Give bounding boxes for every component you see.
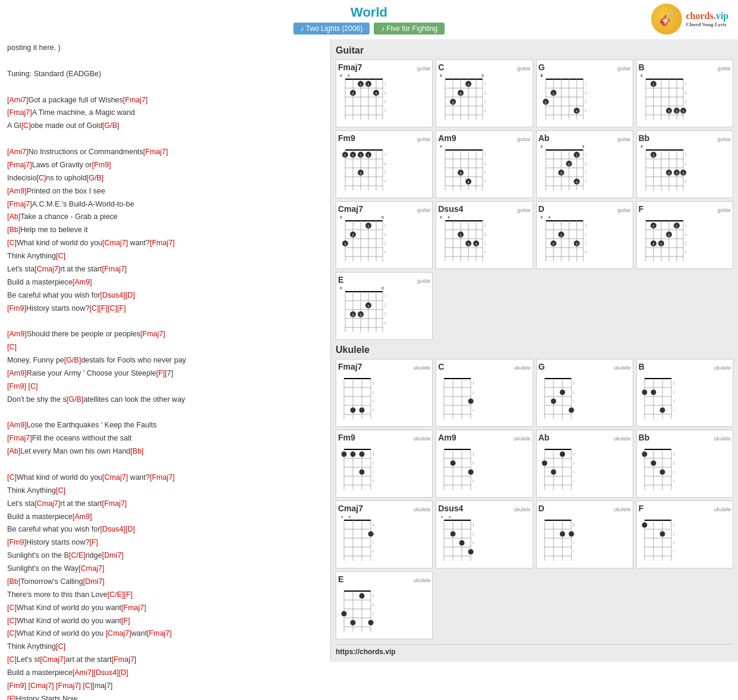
chord-fm9-3[interactable]: [Fm9] [7,382,26,390]
chord-c-15[interactable]: [C] [7,655,17,664]
svg-text:3fr: 3fr [373,541,374,545]
chord-c-11[interactable]: [C] [7,604,17,612]
chord-ce-2[interactable]: [C/E] [107,590,124,599]
chord-fmaj7-14[interactable]: [Fmaj7] [111,655,136,664]
chord-c-16[interactable]: [C] [83,682,92,690]
chord-type-label: guitar [417,136,431,142]
chord-c-14[interactable]: [C] [56,642,65,651]
chord-am9-5[interactable]: [Am9] [7,421,27,429]
chord-c-3[interactable]: [C] [7,239,17,247]
chord-c-4[interactable]: [C] [56,252,65,260]
tab-artist[interactable]: ♪ Five for Fighting [374,23,445,35]
svg-text:x: x [640,144,643,148]
chord-dmi7-1[interactable]: [Dmi7] [102,551,123,560]
svg-point-429 [651,461,656,466]
chord-c-10[interactable]: [C] [56,486,65,495]
chord-fmaj7-1[interactable]: [Fmaj7] [123,96,148,104]
chord-bb-1[interactable]: [Bb] [7,226,20,234]
chord-ami7-3[interactable]: [Ami7] [73,668,93,677]
svg-text:2fr: 2fr [673,461,674,465]
chord-c-1[interactable]: [C] [21,121,31,130]
chord-c-9[interactable]: [C] [7,473,17,482]
chord-dsus4-3[interactable]: [Dsus4] [93,668,118,677]
chord-fmaj7-13[interactable]: [Fmaj7] [147,629,172,638]
svg-text:1fr: 1fr [484,223,486,227]
chord-dsus4-2[interactable]: [Dsus4] [100,525,125,533]
chord-gb-4[interactable]: [G/B] [67,395,83,404]
chord-cmaj7-1[interactable]: [Cmaj7] [102,239,128,247]
chord-c-8[interactable]: [C] [28,382,37,390]
chord-fm9-1[interactable]: [Fm9] [92,161,111,169]
chord-gb-3[interactable]: [G/B] [64,356,81,364]
chord-d-1[interactable]: [D] [126,291,135,299]
chord-fmaj7-11[interactable]: [Fmaj7] [102,499,127,508]
chord-fmaj7-2[interactable]: [Fmaj7] [7,108,32,117]
chord-f-4[interactable]: [F] [89,538,98,546]
chord-f-5[interactable]: [F] [124,590,133,599]
chord-fm9-5[interactable]: [Fm9] [7,682,26,690]
chord-fmaj7-8[interactable]: [Fmaj7] [140,330,165,338]
chord-cmaj7-5[interactable]: [Cmaj7] [79,564,104,573]
chord-fmaj7-9[interactable]: [Fmaj7] [7,434,32,442]
chord-fmaj7-6[interactable]: [Fmaj7] [150,239,175,247]
svg-point-382 [359,452,365,457]
chord-f-1[interactable]: [F] [99,304,108,312]
chord-am9-4[interactable]: [Am9] [7,369,27,377]
chord-c-2[interactable]: [C] [36,174,46,182]
chord-cmaj7-3[interactable]: [Cmaj7] [102,473,128,482]
chord-cmaj7-2[interactable]: [Cmaj7] [35,265,60,273]
chord-fmaj7-10[interactable]: [Fmaj7] [150,473,175,482]
chord-fmaj7-7[interactable]: [Fmaj7] [102,265,127,273]
chord-dmi7-2[interactable]: [Dmi7] [83,577,104,586]
svg-text:1fr: 1fr [373,523,374,527]
svg-text:2fr: 2fr [484,90,486,95]
chord-fmaj7-4[interactable]: [Fmaj7] [7,161,32,169]
chord-f-6[interactable]: [F] [121,617,130,625]
svg-text:3fr: 3fr [573,399,574,403]
chord-bb-3[interactable]: [Bb] [7,577,20,586]
chord-type-label: guitar [417,278,431,284]
tabs-bar: ♪ Two Lights (2006) ♪ Five for Fighting [0,23,738,35]
chord-box-g-guitar: G guitar x x [536,60,633,127]
chord-fm9-4[interactable]: [Fm9] [7,538,26,546]
chord-f-2[interactable]: [F] [117,304,126,312]
chord-fmaj7-3[interactable]: [Fmaj7] [143,148,168,156]
chord-cmaj7-7[interactable]: [Cmaj7] [40,655,65,664]
chord-fmaj7-15[interactable]: [Fmaj7] [56,682,81,690]
chord-d-3[interactable]: [D] [119,668,129,677]
chord-cmaj7-8[interactable]: [Cmaj7] [28,682,54,690]
chord-c-13[interactable]: [C] [7,629,17,638]
chord-c-5[interactable]: [C] [89,304,99,312]
chord-am9-1[interactable]: [Am9] [7,187,27,195]
chord-d-2[interactable]: [D] [126,525,135,533]
chord-ab-1[interactable]: [Ab] [7,212,20,221]
chord-gb-1[interactable]: [G/B] [102,121,119,130]
chord-ami7-2[interactable]: [Ami7] [7,148,28,156]
chord-gb-2[interactable]: [G/B] [86,174,103,182]
chord-f-3[interactable]: [F] [156,369,165,377]
chord-ce-1[interactable]: [C/E] [69,551,86,560]
chord-am9-2[interactable]: [Am9] [73,278,92,286]
svg-text:4fr: 4fr [585,250,586,254]
chord-cmaj7-6[interactable]: [Cmaj7] [105,629,131,638]
chord-am9-6[interactable]: [Am9] [73,512,92,521]
chord-ami7-1[interactable]: [Ami7] [7,96,28,104]
chord-cmaj7-4[interactable]: [Cmaj7] [35,499,60,508]
chord-bb-2[interactable]: [Bb] [130,447,143,455]
chord-fmaj7-5[interactable]: [Fmaj7] [7,200,32,208]
chord-c-12[interactable]: [C] [7,617,17,625]
chord-box-cmaj7-guitar: Cmaj7 guitar x o [336,201,433,269]
svg-text:2fr: 2fr [573,461,574,465]
chord-dsus4-1[interactable]: [Dsus4] [100,291,125,299]
chord-fm9-2[interactable]: [Fm9] [7,304,26,312]
chord-box-c-ukulele: C ukulele 1fr 2fr [436,359,533,427]
chord-ab-2[interactable]: [Ab] [7,447,20,455]
chord-c-7[interactable]: [C] [7,343,17,351]
chord-c-6[interactable]: [C] [108,304,117,312]
svg-text:2fr: 2fr [473,461,474,465]
chord-fmaj7-12[interactable]: [Fmaj7] [121,604,146,612]
svg-point-334 [468,399,474,404]
chord-f-7[interactable]: [F] [7,695,16,700]
tab-album[interactable]: ♪ Two Lights (2006) [293,23,370,35]
chord-am9-3[interactable]: [Am9] [7,330,27,338]
